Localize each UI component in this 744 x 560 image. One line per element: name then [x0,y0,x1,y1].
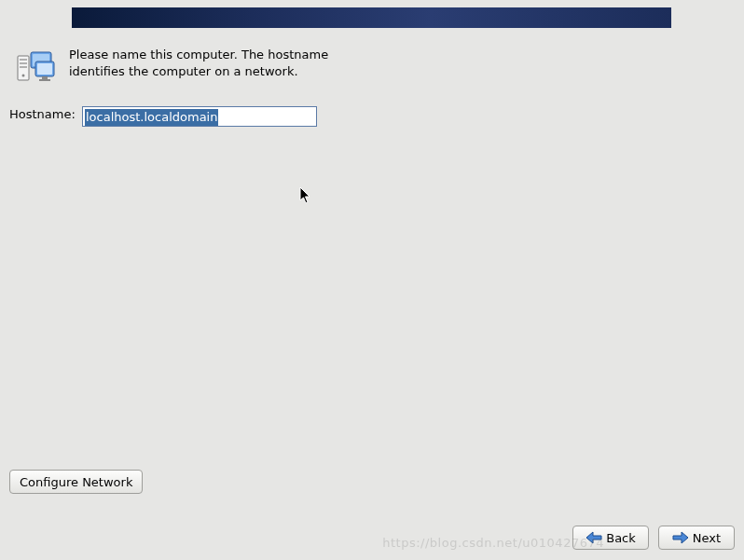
nav-buttons: Back Next [572,526,735,550]
svg-rect-1 [20,59,27,61]
next-button[interactable]: Next [658,526,735,550]
next-label: Next [693,531,721,545]
configure-network-button[interactable]: Configure Network [9,470,143,494]
mouse-cursor-icon [299,186,312,205]
configure-network-label: Configure Network [20,475,132,489]
intro-text: Please name this computer. The hostname … [69,47,330,79]
back-button[interactable]: Back [572,526,649,550]
back-label: Back [606,531,636,545]
svg-rect-10 [39,79,50,81]
arrow-left-icon [586,531,602,544]
svg-rect-9 [42,76,48,79]
hostname-label: Hostname: [9,107,76,121]
hostname-row: Hostname: [9,107,76,121]
hostname-input[interactable] [82,106,317,127]
watermark-text: https://blog.csdn.net/u010427674 [382,536,604,550]
computer-network-icon [17,48,56,86]
svg-rect-8 [37,63,52,75]
svg-point-4 [22,75,25,77]
svg-rect-2 [20,62,27,64]
svg-rect-3 [20,66,27,68]
arrow-right-icon [672,531,689,544]
intro-row: Please name this computer. The hostname … [17,47,330,86]
header-banner [72,7,671,28]
